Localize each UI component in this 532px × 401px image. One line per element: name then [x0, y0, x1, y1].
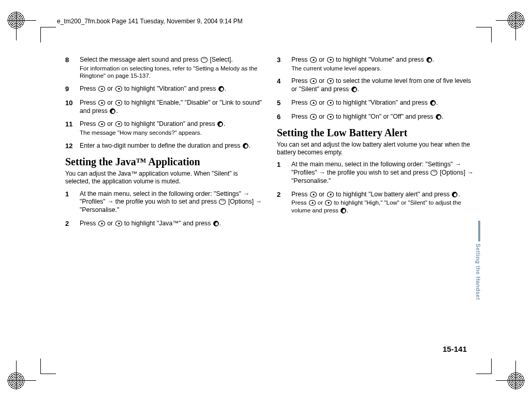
- step-body: Press or to highlight "Vibration" and pr…: [291, 99, 474, 108]
- center-key-icon: [426, 57, 432, 63]
- up-key-icon: [310, 78, 317, 84]
- registration-mark-icon: [7, 11, 36, 40]
- center-key-icon: [351, 87, 357, 92]
- center-key-icon: [430, 100, 436, 106]
- center-key-icon: [243, 143, 248, 149]
- step-number: 12: [65, 142, 80, 151]
- center-key-icon: [213, 221, 219, 226]
- step-number: 1: [277, 161, 291, 185]
- step-number: 5: [277, 99, 291, 108]
- step-number: 4: [277, 77, 291, 93]
- step-body: Press or to highlight "Vibration" and pr…: [80, 85, 262, 94]
- step-1: 1 At the main menu, select in the follow…: [65, 190, 262, 214]
- step-number: 6: [277, 113, 291, 122]
- step-body: Enter a two-digit number to define the d…: [80, 142, 262, 151]
- center-key-icon: [110, 108, 115, 114]
- crop-mark-icon: [40, 27, 56, 42]
- down-key-icon: [115, 86, 122, 92]
- step-2: 2 Press or to highlight "Java™" and pres…: [65, 220, 262, 228]
- up-key-icon: [98, 221, 105, 226]
- softkey-icon: [219, 199, 226, 205]
- up-key-icon: [98, 100, 105, 106]
- step-note: For information on selecting tones, refe…: [80, 65, 262, 80]
- up-key-icon: [310, 114, 317, 120]
- step-11: 11 Press or to highlight "Duration" and …: [65, 120, 262, 136]
- manual-page: e_tm200_7fm.book Page 141 Tuesday, Novem…: [0, 0, 532, 401]
- center-key-icon: [341, 208, 346, 213]
- side-tab-marker: [478, 221, 480, 241]
- step-12: 12 Enter a two-digit number to define th…: [65, 142, 262, 151]
- step-body: Press or to highlight "Volume" and press…: [291, 56, 474, 72]
- section-intro: You can adjust the Java™ application vol…: [65, 170, 262, 186]
- step-2: 2 Press or to highlight "Low battery ale…: [277, 191, 474, 214]
- section-side-tab: Setting the Handset: [473, 221, 480, 314]
- up-key-icon: [98, 121, 105, 127]
- page-number: 15-141: [442, 345, 467, 353]
- step-4: 4 Press or to select the volume level fr…: [277, 77, 474, 93]
- step-1: 1 At the main menu, select in the follow…: [277, 161, 474, 185]
- down-key-icon: [327, 57, 334, 63]
- step-8: 8 Select the message alert sound and pre…: [65, 56, 262, 80]
- softkey-icon: [201, 57, 208, 63]
- center-key-icon: [452, 192, 457, 197]
- registration-mark-icon: [496, 361, 525, 390]
- step-3: 3 Press or to highlight "Volume" and pre…: [277, 56, 474, 72]
- step-note: The message "How many seconds?" appears.: [80, 129, 262, 137]
- step-note: The current volume level appears.: [291, 65, 474, 73]
- step-number: 3: [277, 56, 291, 72]
- page-content: 8 Select the message alert sound and pre…: [65, 56, 474, 346]
- section-heading-java: Setting the Java™ Application: [65, 155, 262, 169]
- down-key-icon: [115, 100, 122, 106]
- step-body: Select the message alert sound and press…: [80, 56, 262, 80]
- step-body: Press or to highlight "On" or "Off" and …: [291, 113, 474, 122]
- down-key-icon: [325, 200, 332, 206]
- up-key-icon: [310, 100, 317, 106]
- step-body: Press or to select the volume level from…: [291, 77, 474, 93]
- section-intro: You can set and adjust the low battery a…: [277, 141, 474, 157]
- center-key-icon: [217, 121, 223, 127]
- document-header-text: e_tm200_7fm.book Page 141 Tuesday, Novem…: [57, 15, 475, 27]
- up-key-icon: [98, 86, 105, 92]
- down-key-icon: [115, 121, 122, 127]
- left-column: 8 Select the message alert sound and pre…: [65, 56, 262, 346]
- step-number: 1: [65, 190, 80, 214]
- section-heading-low-battery: Setting the Low Battery Alert: [277, 126, 474, 140]
- step-6: 6 Press or to highlight "On" or "Off" an…: [277, 113, 474, 122]
- step-number: 2: [277, 191, 291, 214]
- down-key-icon: [327, 114, 334, 120]
- down-key-icon: [327, 100, 334, 106]
- crop-mark-icon: [40, 359, 56, 374]
- step-10: 10 Press or to highlight "Enable," "Disa…: [65, 99, 262, 115]
- step-body: Press or to highlight "Duration" and pre…: [80, 120, 262, 136]
- down-key-icon: [115, 221, 122, 226]
- step-number: 2: [65, 220, 80, 228]
- center-key-icon: [218, 86, 224, 92]
- step-number: 11: [65, 120, 80, 136]
- side-tab-label: Setting the Handset: [475, 244, 481, 300]
- step-number: 10: [65, 99, 80, 115]
- crop-mark-icon: [476, 359, 492, 374]
- step-number: 8: [65, 56, 80, 80]
- down-key-icon: [327, 78, 334, 84]
- softkey-icon: [431, 170, 437, 176]
- step-body: Press or to highlight "Java™" and press …: [80, 220, 262, 228]
- up-key-icon: [309, 200, 316, 206]
- step-body: At the main menu, select in the followin…: [291, 161, 474, 185]
- registration-mark-icon: [496, 11, 525, 40]
- step-number: 9: [65, 85, 80, 94]
- step-body: Press or to highlight "Low battery alert…: [291, 191, 474, 214]
- crop-mark-icon: [476, 27, 492, 42]
- up-key-icon: [310, 57, 317, 63]
- step-note: Press or to highlight "High," "Low" or "…: [291, 199, 474, 214]
- step-5: 5 Press or to highlight "Vibration" and …: [277, 99, 474, 108]
- down-key-icon: [327, 192, 334, 197]
- registration-mark-icon: [7, 361, 36, 390]
- up-key-icon: [310, 192, 317, 197]
- step-9: 9 Press or to highlight "Vibration" and …: [65, 85, 262, 94]
- step-body: Press or to highlight "Enable," "Disable…: [80, 99, 262, 115]
- center-key-icon: [436, 114, 441, 120]
- right-column: 3 Press or to highlight "Volume" and pre…: [277, 56, 474, 346]
- document-header: e_tm200_7fm.book Page 141 Tuesday, Novem…: [57, 15, 475, 27]
- step-body: At the main menu, select in the followin…: [80, 190, 262, 214]
